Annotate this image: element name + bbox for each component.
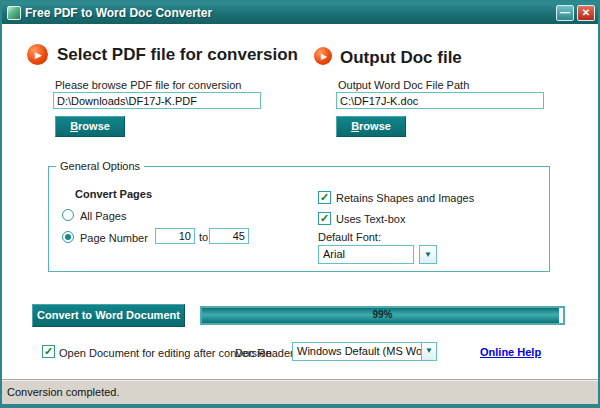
to-label: to bbox=[199, 231, 208, 243]
retains-shapes-checkbox[interactable]: ✓ bbox=[318, 191, 331, 204]
check-icon: ✓ bbox=[44, 345, 53, 357]
select-pdf-heading: Select PDF file for conversion bbox=[57, 45, 298, 65]
all-pages-radio[interactable] bbox=[62, 209, 74, 221]
pdf-path-input[interactable] bbox=[53, 92, 261, 109]
uses-textbox-label: Uses Text-box bbox=[336, 213, 406, 225]
app-icon bbox=[7, 6, 21, 20]
browse-doc-button[interactable]: Browse bbox=[336, 116, 406, 137]
default-font-dropdown-arrow[interactable]: ▼ bbox=[419, 245, 437, 264]
progress-bar: 99% bbox=[200, 306, 565, 325]
doc-path-input[interactable] bbox=[336, 92, 544, 109]
play-icon: ▶ bbox=[35, 50, 42, 60]
check-icon: ✓ bbox=[320, 212, 329, 224]
play-icon: ▶ bbox=[321, 52, 327, 61]
window-controls: — ✕ bbox=[556, 5, 595, 21]
page-number-label: Page Number bbox=[80, 232, 148, 244]
doc-reader-dropdown-arrow[interactable]: ▼ bbox=[421, 343, 436, 360]
check-icon: ✓ bbox=[320, 191, 329, 203]
online-help-link[interactable]: Online Help bbox=[480, 346, 541, 358]
chevron-down-icon: ▼ bbox=[425, 346, 433, 355]
app-window: Free PDF to Word Doc Converter — ✕ ▶ Sel… bbox=[0, 0, 600, 408]
default-font-label: Default Font: bbox=[318, 231, 381, 243]
browse-pdf-button[interactable]: Browse bbox=[55, 116, 125, 137]
status-text: Conversion completed. bbox=[7, 386, 120, 398]
convert-button[interactable]: Convert to Word Document bbox=[32, 304, 185, 327]
page-from-input[interactable] bbox=[155, 228, 195, 244]
page-number-radio[interactable] bbox=[62, 231, 74, 243]
radio-dot bbox=[65, 234, 71, 240]
output-doc-heading: Output Doc file bbox=[340, 48, 462, 68]
pdf-path-label: Please browse PDF file for conversion bbox=[55, 79, 241, 91]
doc-path-label: Output Word Doc File Path bbox=[338, 79, 469, 91]
default-font-dropdown[interactable]: Arial bbox=[318, 245, 414, 264]
bullet-icon: ▶ bbox=[27, 44, 48, 65]
title-bar: Free PDF to Word Doc Converter — ✕ bbox=[2, 2, 598, 24]
uses-textbox-checkbox[interactable]: ✓ bbox=[318, 212, 331, 225]
bullet-icon: ▶ bbox=[314, 47, 332, 65]
general-options-legend: General Options bbox=[56, 160, 144, 172]
retains-shapes-label: Retains Shapes and Images bbox=[336, 192, 474, 204]
page-to-input[interactable] bbox=[209, 228, 249, 244]
close-button[interactable]: ✕ bbox=[577, 5, 595, 21]
minimize-button[interactable]: — bbox=[556, 5, 574, 21]
doc-reader-label: Doc Reader: bbox=[235, 347, 297, 359]
status-bar: Conversion completed. bbox=[2, 379, 598, 404]
minimize-icon: — bbox=[560, 7, 570, 18]
convert-pages-label: Convert Pages bbox=[75, 188, 152, 200]
doc-reader-dropdown[interactable]: Windows Default (MS Word) bbox=[292, 342, 437, 361]
all-pages-label: All Pages bbox=[80, 210, 126, 222]
chevron-down-icon: ▼ bbox=[424, 250, 432, 259]
progress-label: 99% bbox=[202, 309, 563, 320]
window-title: Free PDF to Word Doc Converter bbox=[25, 6, 212, 20]
close-icon: ✕ bbox=[582, 7, 590, 18]
open-after-checkbox[interactable]: ✓ bbox=[42, 345, 55, 358]
